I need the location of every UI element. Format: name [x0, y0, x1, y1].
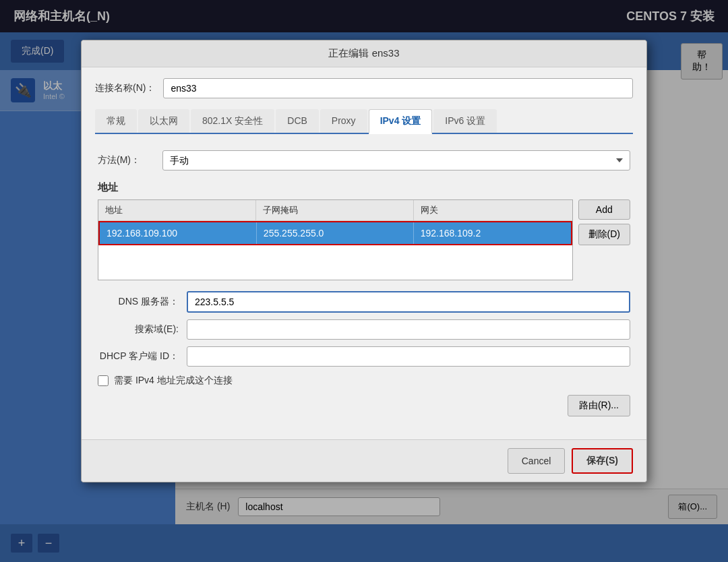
save-button[interactable]: 保存(S)	[572, 448, 633, 474]
cancel-button[interactable]: Cancel	[508, 448, 566, 474]
connection-name-row: 连接名称(N)：	[95, 78, 633, 98]
tab-security[interactable]: 802.1X 安全性	[191, 109, 274, 133]
checkbox-label: 需要 IPv4 地址完成这个连接	[114, 375, 233, 387]
table-row[interactable]: 192.168.109.100 255.255.255.0 192.168.10…	[98, 221, 572, 245]
route-button[interactable]: 路由(R)...	[568, 395, 630, 416]
tab-proxy[interactable]: Proxy	[320, 109, 367, 133]
route-row: 路由(R)...	[98, 395, 630, 416]
search-domain-label: 搜索域(E):	[98, 323, 179, 336]
dialog-title: 正在编辑 ens33	[328, 47, 399, 60]
dialog-titlebar: 正在编辑 ens33	[82, 40, 646, 67]
search-domain-row: 搜索域(E):	[98, 319, 630, 340]
tab-general[interactable]: 常规	[95, 109, 137, 133]
address-area: 地址 子网掩码 网关 192.168.109.100 255.255.255.0…	[98, 199, 630, 280]
method-select[interactable]: 自动(DHCP) 手动 仅本地链路 共享到其他计算机 禁用	[162, 150, 630, 170]
dialog-body: 连接名称(N)： 常规 以太网 802.1X 安全性 DCB Proxy	[82, 67, 646, 439]
tab-ipv6[interactable]: IPv6 设置	[433, 109, 497, 133]
dns-row: DNS 服务器：	[98, 291, 630, 313]
edit-connection-dialog: 正在编辑 ens33 连接名称(N)： 常规 以太网 802.1X 安全性	[81, 40, 647, 482]
ipv4-tab-content: 方法(M)： 自动(DHCP) 手动 仅本地链路 共享到其他计算机 禁用 地址	[95, 145, 633, 429]
add-address-button[interactable]: Add	[578, 199, 630, 220]
address-table: 地址 子网掩码 网关 192.168.109.100 255.255.255.0…	[98, 199, 573, 280]
connection-name-input[interactable]	[163, 78, 633, 98]
tab-ethernet[interactable]: 以太网	[138, 109, 189, 133]
search-domain-input[interactable]	[187, 319, 630, 340]
checkbox-row: 需要 IPv4 地址完成这个连接	[98, 375, 630, 387]
dns-input[interactable]	[187, 291, 630, 313]
cell-address: 192.168.109.100	[100, 222, 257, 244]
tab-ipv4[interactable]: IPv4 设置	[369, 109, 433, 134]
address-table-header: 地址 子网掩码 网关	[98, 200, 572, 221]
method-label: 方法(M)：	[98, 154, 152, 166]
tabs-bar: 常规 以太网 802.1X 安全性 DCB Proxy IPv4 设置	[95, 109, 633, 134]
dialog-footer: Cancel 保存(S)	[82, 439, 646, 482]
col-header-subnet: 子网掩码	[256, 200, 414, 220]
dhcp-client-id-label: DHCP 客户端 ID：	[98, 350, 179, 363]
method-row: 方法(M)： 自动(DHCP) 手动 仅本地链路 共享到其他计算机 禁用	[98, 150, 630, 170]
col-header-address: 地址	[98, 200, 256, 220]
connection-name-label: 连接名称(N)：	[95, 82, 155, 94]
dhcp-client-id-row: DHCP 客户端 ID：	[98, 346, 630, 367]
tab-dcb[interactable]: DCB	[276, 109, 319, 133]
delete-address-button[interactable]: 删除(D)	[578, 224, 630, 245]
dhcp-client-id-input[interactable]	[187, 346, 630, 367]
dns-label: DNS 服务器：	[98, 296, 179, 308]
modal-overlay: 正在编辑 ens33 连接名称(N)： 常规 以太网 802.1X 安全性	[0, 0, 728, 562]
ipv4-required-checkbox[interactable]	[98, 375, 109, 386]
col-header-gateway: 网关	[414, 200, 572, 220]
cell-subnet: 255.255.255.0	[257, 222, 414, 244]
address-section-label: 地址	[98, 181, 630, 194]
cell-gateway: 192.168.109.2	[414, 222, 571, 244]
address-buttons: Add 删除(D)	[578, 199, 630, 280]
